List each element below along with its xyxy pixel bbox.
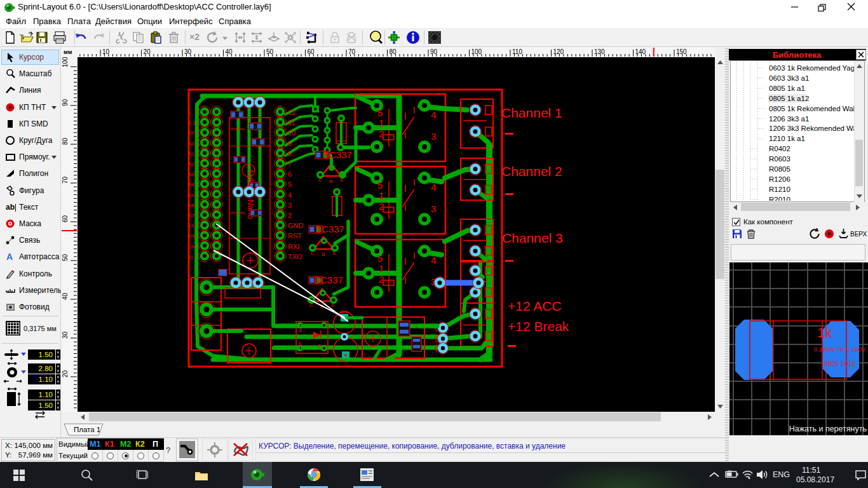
- svg-text:+12 Break: +12 Break: [508, 319, 569, 334]
- svg-text:4: 4: [431, 182, 436, 193]
- svg-text:3: 3: [431, 131, 436, 142]
- svg-text:1: 1: [188, 110, 191, 116]
- svg-text:A3: A3: [188, 172, 194, 177]
- svg-text:R2010: R2010: [769, 196, 790, 201]
- svg-text:1k: 1k: [817, 325, 832, 341]
- svg-text:0805 1k a1: 0805 1k a1: [769, 85, 805, 92]
- svg-text:90: 90: [62, 98, 69, 106]
- svg-text:70: 70: [62, 176, 69, 184]
- svg-text:6: 6: [318, 343, 321, 349]
- svg-text:11: 11: [288, 119, 295, 126]
- svg-text:0,125W 70°C 150V: 0,125W 70°C 150V: [814, 346, 866, 353]
- svg-text:Channel 1: Channel 1: [501, 105, 562, 120]
- svg-text:GN: GN: [188, 244, 196, 250]
- svg-text:R/OB B60L: R/OB B60L: [231, 128, 245, 131]
- svg-text:5: 5: [377, 253, 383, 264]
- svg-text:1: 1: [379, 190, 384, 201]
- svg-text:5: 5: [377, 180, 383, 191]
- svg-text:80: 80: [62, 137, 69, 145]
- svg-text:1210 1k a1: 1210 1k a1: [769, 135, 805, 142]
- svg-text:50: 50: [62, 254, 69, 261]
- svg-text:BC337: BC337: [323, 149, 352, 160]
- svg-text:E: E: [340, 177, 343, 183]
- svg-text:120: 120: [553, 48, 564, 55]
- svg-text:20: 20: [62, 370, 69, 377]
- svg-text:TXO: TXO: [288, 253, 302, 261]
- svg-text:7: 7: [288, 160, 292, 168]
- svg-text:0603 1k Rekomended Yageo a: 0603 1k Rekomended Yageo a: [769, 64, 854, 72]
- svg-text:1206 3k3 a1: 1206 3k3 a1: [769, 115, 809, 123]
- svg-text:60: 60: [62, 215, 69, 222]
- svg-text:VI: VI: [188, 254, 193, 260]
- svg-text:R/OB B60L: R/OB B60L: [231, 212, 245, 215]
- svg-text:Channel 2: Channel 2: [501, 164, 562, 179]
- svg-text:BC337: BC337: [314, 274, 343, 285]
- svg-text:GND: GND: [288, 222, 304, 229]
- svg-text:9: 9: [288, 140, 292, 147]
- svg-text:150: 150: [676, 48, 687, 55]
- svg-text:6: 6: [288, 170, 292, 178]
- svg-text:10: 10: [288, 129, 295, 137]
- svg-text:Нажать и перетянуть: Нажать и перетянуть: [789, 424, 867, 433]
- svg-text:40: 40: [62, 292, 69, 300]
- svg-text:4: 4: [431, 109, 436, 120]
- svg-text:2: 2: [379, 128, 384, 139]
- svg-text:8: 8: [288, 150, 292, 158]
- svg-text:4: 4: [299, 327, 302, 334]
- svg-text:C: C: [309, 302, 313, 308]
- svg-text:130: 130: [594, 48, 605, 55]
- svg-text:A5: A5: [188, 193, 194, 198]
- svg-text:2: 2: [288, 212, 292, 219]
- svg-text:3.3: 3.3: [188, 120, 196, 126]
- svg-text:C: C: [311, 250, 315, 256]
- svg-text:4: 4: [431, 255, 436, 266]
- svg-text:5: 5: [299, 341, 302, 348]
- svg-text:B: B: [329, 179, 332, 184]
- svg-text:100: 100: [471, 48, 482, 55]
- svg-text:ab|: ab|: [6, 203, 16, 212]
- svg-text:A1: A1: [188, 151, 194, 157]
- svg-text:A6: A6: [188, 203, 194, 208]
- svg-text:A2: A2: [188, 161, 194, 167]
- svg-text:RST: RST: [288, 232, 302, 240]
- svg-text:+12 ACC: +12 ACC: [508, 299, 562, 313]
- svg-text:1: 1: [379, 263, 384, 274]
- svg-text:0805 2012: 0805 2012: [824, 360, 856, 367]
- svg-text:12: 12: [288, 109, 295, 116]
- svg-text:R1206: R1206: [769, 175, 790, 183]
- svg-text:Плата 1: Плата 1: [74, 426, 100, 433]
- svg-text:A4: A4: [188, 182, 194, 187]
- svg-text:1206 3k3 Rekomended Walsin: 1206 3k3 Rekomended Walsin: [769, 125, 854, 132]
- svg-text:R0402: R0402: [769, 145, 790, 152]
- svg-text:0805 1k Rekomended Walsin a: 0805 1k Rekomended Walsin a: [769, 105, 854, 112]
- svg-text:R1210: R1210: [769, 186, 790, 193]
- svg-text:110: 110: [512, 48, 522, 55]
- svg-text:2: 2: [379, 274, 384, 285]
- svg-text:2: 2: [379, 201, 384, 212]
- svg-text:B: B: [322, 252, 325, 257]
- svg-text:RF: RF: [188, 130, 195, 136]
- svg-text:RXI: RXI: [288, 243, 299, 250]
- svg-text:R0603: R0603: [769, 155, 790, 163]
- svg-text:30: 30: [62, 331, 69, 339]
- svg-text:4: 4: [288, 191, 292, 199]
- svg-text:3: 3: [431, 203, 436, 214]
- svg-text:C: C: [318, 177, 322, 183]
- svg-text:A: A: [6, 252, 13, 262]
- svg-text:5: 5: [377, 107, 383, 118]
- svg-text:0603 3k3 a1: 0603 3k3 a1: [769, 74, 809, 82]
- svg-text:A7: A7: [188, 213, 194, 219]
- svg-text:BC337: BC337: [315, 224, 344, 234]
- svg-text:R0805: R0805: [769, 165, 790, 173]
- svg-text:E: E: [332, 250, 336, 256]
- svg-text:+5: +5: [188, 223, 194, 229]
- svg-text:RS: RS: [188, 233, 195, 239]
- svg-text:100: 100: [62, 57, 69, 67]
- svg-text:140: 140: [635, 48, 646, 55]
- svg-text:Channel 3: Channel 3: [502, 231, 563, 245]
- svg-text:3: 3: [288, 201, 292, 209]
- svg-text:A0: A0: [188, 141, 194, 147]
- svg-text:1: 1: [379, 118, 384, 128]
- svg-text:E: E: [331, 302, 334, 308]
- svg-text:5: 5: [288, 180, 292, 188]
